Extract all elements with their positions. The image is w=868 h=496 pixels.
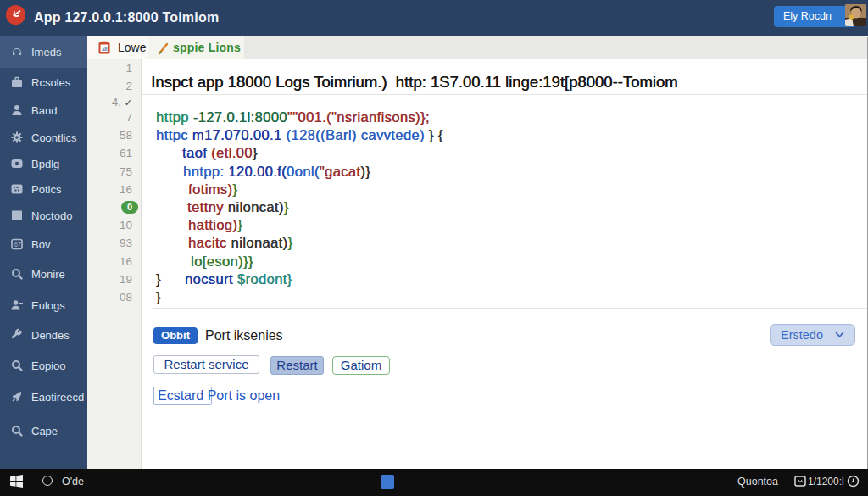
svg-text:67: 67 — [14, 242, 21, 248]
